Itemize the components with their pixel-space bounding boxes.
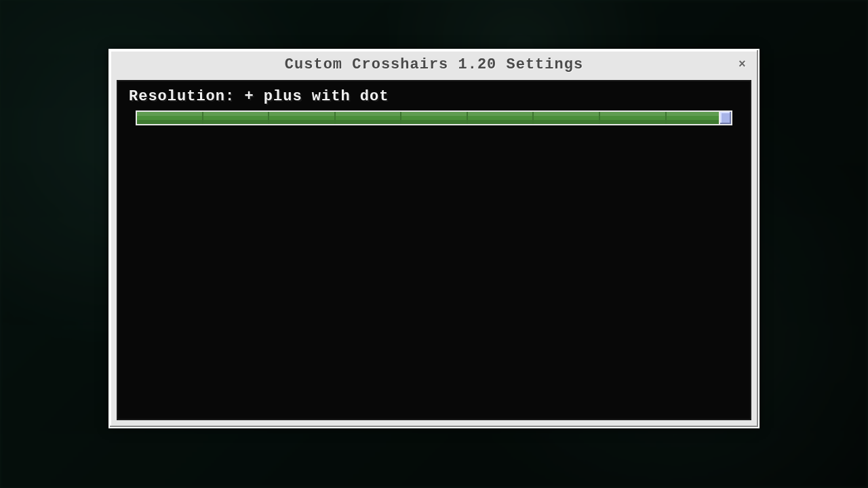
- slider-tick: [600, 112, 667, 124]
- resolution-label: Resolution: + plus with dot: [129, 88, 742, 105]
- slider-tick: [401, 112, 468, 124]
- slider-ticks: [137, 112, 731, 124]
- settings-dialog: Custom Crosshairs 1.20 Settings × Resolu…: [108, 49, 760, 428]
- resolution-label-prefix: Resolution:: [129, 88, 244, 105]
- slider-thumb[interactable]: [719, 110, 732, 125]
- titlebar: Custom Crosshairs 1.20 Settings ×: [110, 50, 758, 79]
- slider-tick: [468, 112, 534, 124]
- dialog-title: Custom Crosshairs 1.20 Settings: [285, 56, 583, 73]
- slider-tick: [534, 112, 600, 124]
- resolution-slider[interactable]: [136, 110, 732, 125]
- close-button[interactable]: ×: [734, 56, 751, 73]
- slider-tick: [336, 112, 402, 124]
- close-icon: ×: [738, 58, 747, 71]
- slider-tick: [137, 112, 203, 124]
- resolution-value-text: + plus with dot: [244, 88, 389, 105]
- slider-tick: [203, 112, 270, 124]
- slider-tick: [269, 112, 336, 124]
- settings-panel: Resolution: + plus with dot: [117, 80, 751, 420]
